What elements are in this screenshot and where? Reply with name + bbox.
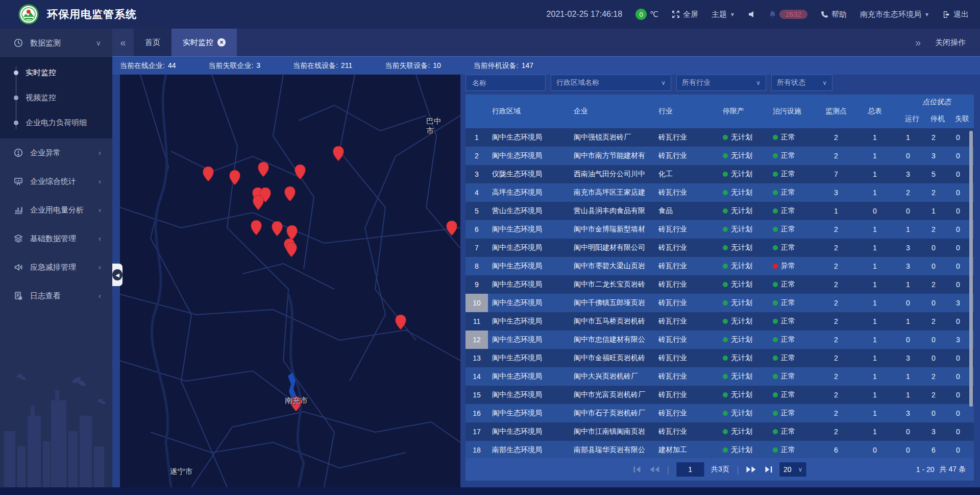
- org-menu[interactable]: 南充市生态环境局 ▼: [860, 10, 929, 19]
- sidebar-subitem[interactable]: 实时监控: [0, 60, 112, 85]
- sidebar-collapse-button[interactable]: ◀: [112, 264, 122, 286]
- notifications[interactable]: 2632: [769, 10, 807, 19]
- cell-rowno: 4: [465, 183, 488, 202]
- table-row[interactable]: 5营山生态环境局营山县润丰肉食品有限食品无计划正常10010: [465, 202, 974, 220]
- industry-select[interactable]: 所有行业 ∨: [676, 75, 766, 91]
- header-cell[interactable]: 行业: [654, 95, 719, 128]
- cell-company: 阆中千佛镇五郎垭页岩: [570, 294, 654, 312]
- table-row[interactable]: 7阆中生态环境局阆中明阳建材有限公司砖瓦行业无计划正常21300: [465, 239, 974, 257]
- header-cell[interactable]: 停机: [925, 110, 950, 128]
- region-select[interactable]: 行政区域名称 ∨: [551, 75, 671, 91]
- table-row[interactable]: 10阆中生态环境局阆中千佛镇五郎垭页岩砖瓦行业无计划正常21003: [465, 294, 974, 312]
- table-row[interactable]: 1阆中生态环境局阆中强锐页岩砖厂砖瓦行业无计划正常21120: [465, 128, 974, 147]
- status-dot-icon: [723, 135, 728, 140]
- map-pin-icon[interactable]: [229, 170, 240, 187]
- sidebar-item-3[interactable]: 企业综合统计‹: [0, 167, 112, 196]
- map-pin-icon[interactable]: [295, 164, 305, 181]
- header-cell[interactable]: 运行: [899, 110, 925, 128]
- table-row[interactable]: 17阆中生态环境局阆中市江南镇阆南页岩砖瓦行业无计划正常21030: [465, 422, 974, 441]
- table-row[interactable]: 14阆中生态环境局阆中大兴页岩机砖厂砖瓦行业无计划正常21120: [465, 367, 974, 386]
- sidebar-subitem[interactable]: 企业电力负荷明细: [0, 110, 112, 135]
- table-body: 1阆中生态环境局阆中强锐页岩砖厂砖瓦行业无计划正常211202阆中生态环境局阆中…: [465, 128, 974, 458]
- mute-button[interactable]: [748, 11, 755, 18]
- pager-divider: |: [737, 464, 739, 475]
- chevron-down-icon: ∨: [822, 79, 827, 86]
- header-cell[interactable]: 行政区域: [488, 95, 570, 128]
- header-cell[interactable]: 监测点: [818, 95, 854, 128]
- cell-points: 2: [818, 128, 854, 147]
- cell-limit-status: 无计划: [719, 441, 769, 458]
- header-cell[interactable]: 企业: [570, 95, 654, 128]
- table-row[interactable]: 3仪陇生态环境局西南油气田分公司川中化工无计划正常71350: [465, 165, 974, 183]
- cell-district: 阆中生态环境局: [488, 147, 570, 165]
- map-pin-icon[interactable]: [272, 221, 283, 238]
- table-row[interactable]: 9阆中生态环境局阆中市二龙长宝页岩砖砖瓦行业无计划正常21120: [465, 275, 974, 294]
- table-row[interactable]: 6阆中生态环境局阆中市金博瑞新型墙材砖瓦行业无计划正常21120: [465, 220, 974, 239]
- map-pin-icon[interactable]: [253, 195, 263, 212]
- header-cell[interactable]: 停限产: [719, 95, 769, 128]
- table-row[interactable]: 13阆中生态环境局阆中市金福旺页岩机砖砖瓦行业无计划正常21300: [465, 349, 974, 367]
- map-pin-icon[interactable]: [447, 221, 457, 238]
- theme-menu[interactable]: 主题 ▼: [712, 10, 735, 19]
- cell-district: 阆中生态环境局: [488, 422, 570, 441]
- fullscreen-button[interactable]: 全屏: [672, 10, 698, 19]
- name-search-field[interactable]: [465, 75, 546, 91]
- cell-facility-status: 正常: [769, 147, 818, 165]
- next-page-button[interactable]: [746, 466, 756, 473]
- cell-points: 2: [818, 422, 854, 441]
- sidebar-item-4[interactable]: 企业用电量分析‹: [0, 196, 112, 224]
- map-pin-icon[interactable]: [251, 220, 261, 237]
- sidebar-item-1[interactable]: 数据监测∨: [0, 29, 112, 57]
- map-pin-icon[interactable]: [284, 186, 295, 203]
- map-pin-icon[interactable]: [396, 315, 406, 332]
- map-pin-icon[interactable]: [286, 242, 297, 259]
- cell-rowno: 12: [465, 331, 488, 349]
- logout-button[interactable]: 退出: [943, 10, 969, 19]
- map-panel[interactable]: 巴中市南充市遂宁市: [120, 75, 460, 487]
- cell-district: 阆中生态环境局: [488, 239, 570, 257]
- table-row[interactable]: 18南部生态环境局南部县瑞华页岩有限公建材加工无计划正常60060: [465, 441, 974, 458]
- map-pin-icon[interactable]: [258, 162, 268, 179]
- table-row[interactable]: 12阆中生态环境局阆中市忠信建材有限公砖瓦行业无计划正常21003: [465, 331, 974, 349]
- header-cell[interactable]: 失联: [950, 110, 974, 128]
- previous-page-button[interactable]: [649, 466, 659, 473]
- header-cell[interactable]: 总表: [854, 95, 895, 128]
- table-row[interactable]: 8阆中生态环境局阆中市枣碧大梁山页岩砖瓦行业无计划异常21300: [465, 257, 974, 275]
- sidebar-item-2[interactable]: 企业异常‹: [0, 138, 112, 167]
- help-button[interactable]: 帮助: [821, 10, 847, 19]
- header-cell[interactable]: 治污设施: [769, 95, 818, 128]
- name-search-input[interactable]: [471, 78, 540, 87]
- close-operations-menu[interactable]: 关闭操作: [935, 38, 966, 48]
- sidebar-item-7[interactable]: 日志查看‹: [0, 281, 112, 310]
- map-pin-icon[interactable]: [333, 146, 344, 163]
- sidebar-item-5[interactable]: 基础数据管理‹: [0, 224, 112, 253]
- last-page-button[interactable]: [764, 466, 773, 473]
- tab-realtime-monitor[interactable]: 实时监控 ×: [172, 29, 237, 56]
- sidebar-item-6[interactable]: 应急减排管理‹: [0, 253, 112, 281]
- sidebar-item-label: 应急减排管理: [30, 263, 76, 272]
- close-tab-icon[interactable]: ×: [217, 38, 226, 46]
- cell-industry: 砖瓦行业: [654, 331, 719, 349]
- status-select[interactable]: 所有状态 ∨: [771, 75, 832, 91]
- table-scrollbar[interactable]: [969, 131, 973, 407]
- page-number-input[interactable]: 1: [676, 462, 704, 477]
- table-row[interactable]: 16阆中生态环境局阆中市石子页岩机砖厂砖瓦行业无计划正常21300: [465, 404, 974, 422]
- tab-home[interactable]: 首页: [134, 29, 172, 56]
- table-row[interactable]: 15阆中生态环境局阆中市光富页岩机砖厂砖瓦行业无计划正常21120: [465, 386, 974, 404]
- cell-stopped: 2: [921, 128, 946, 147]
- table-row[interactable]: 2阆中生态环境局阆中市南方节能建材有砖瓦行业无计划正常21030: [465, 147, 974, 165]
- cell-industry: 砖瓦行业: [654, 275, 719, 294]
- table-row[interactable]: 4高坪生态环境局南充市高坪区王家店建砖瓦行业无计划正常31220: [465, 183, 974, 202]
- table-row[interactable]: 11阆中生态环境局阆中市五马桥页岩机砖砖瓦行业无计划正常21120: [465, 312, 974, 331]
- tabs-scroll-right-button[interactable]: »: [915, 37, 921, 49]
- chevron-down-icon: ∨: [756, 79, 761, 86]
- sidebar-item-label: 企业异常: [30, 148, 61, 158]
- map-pin-icon[interactable]: [203, 167, 213, 183]
- sidebar-subitem[interactable]: 视频监控: [0, 85, 112, 110]
- tabs-scroll-left-button[interactable]: «: [112, 29, 134, 56]
- cell-points: 3: [818, 183, 854, 202]
- cell-limit-status: 无计划: [719, 147, 769, 165]
- first-page-button[interactable]: [633, 466, 642, 473]
- cell-company: 阆中市二龙长宝页岩砖: [570, 275, 654, 294]
- page-size-select[interactable]: 20 ∨: [780, 462, 806, 477]
